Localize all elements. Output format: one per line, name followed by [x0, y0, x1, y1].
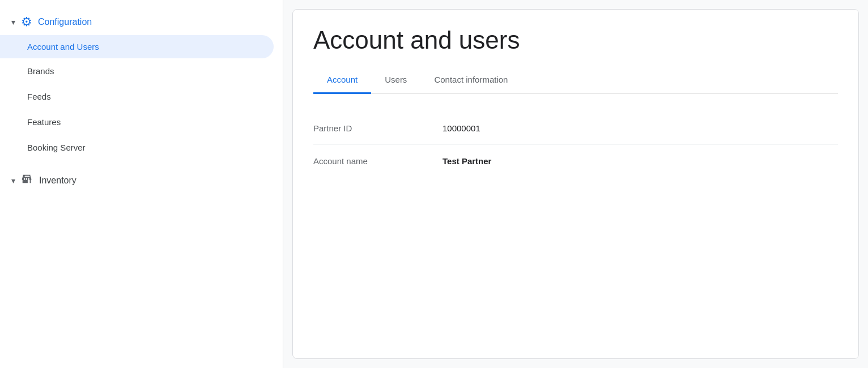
- field-row-partner-id: Partner ID 10000001: [313, 112, 838, 145]
- field-label-partner-id: Partner ID: [313, 123, 415, 133]
- store-icon: [21, 173, 33, 189]
- content-header: Account and users Account Users Contact …: [293, 10, 858, 94]
- page-title: Account and users: [313, 25, 838, 55]
- field-row-account-name: Account name Test Partner: [313, 145, 838, 177]
- sidebar-item-account-and-users[interactable]: Account and Users: [0, 35, 274, 58]
- chevron-down-icon-inventory: ▾: [11, 176, 15, 185]
- sidebar: ▾ ⚙ Configuration Account and Users Bran…: [0, 0, 283, 368]
- sidebar-item-booking-server[interactable]: Booking Server: [0, 135, 283, 160]
- field-value-account-name: Test Partner: [442, 156, 491, 166]
- main-content: Account and users Account Users Contact …: [283, 0, 868, 368]
- sidebar-item-feeds[interactable]: Feeds: [0, 84, 283, 109]
- sidebar-item-features[interactable]: Features: [0, 109, 283, 135]
- tabs-container: Account Users Contact information: [313, 67, 838, 94]
- tab-account[interactable]: Account: [313, 67, 371, 94]
- sidebar-section-configuration[interactable]: ▾ ⚙ Configuration: [0, 9, 283, 35]
- tab-contact-information[interactable]: Contact information: [420, 67, 521, 94]
- tab-users[interactable]: Users: [371, 67, 420, 94]
- content-card: Account and users Account Users Contact …: [292, 9, 859, 359]
- sidebar-item-brands[interactable]: Brands: [0, 58, 283, 84]
- sidebar-section-inventory[interactable]: ▾ Inventory: [0, 165, 283, 194]
- gear-icon: ⚙: [21, 15, 32, 29]
- configuration-label: Configuration: [38, 17, 92, 27]
- inventory-label: Inventory: [39, 176, 76, 186]
- chevron-down-icon: ▾: [11, 18, 15, 27]
- field-label-account-name: Account name: [313, 156, 415, 166]
- tab-content-account: Partner ID 10000001 Account name Test Pa…: [293, 94, 858, 195]
- field-value-partner-id: 10000001: [442, 123, 480, 133]
